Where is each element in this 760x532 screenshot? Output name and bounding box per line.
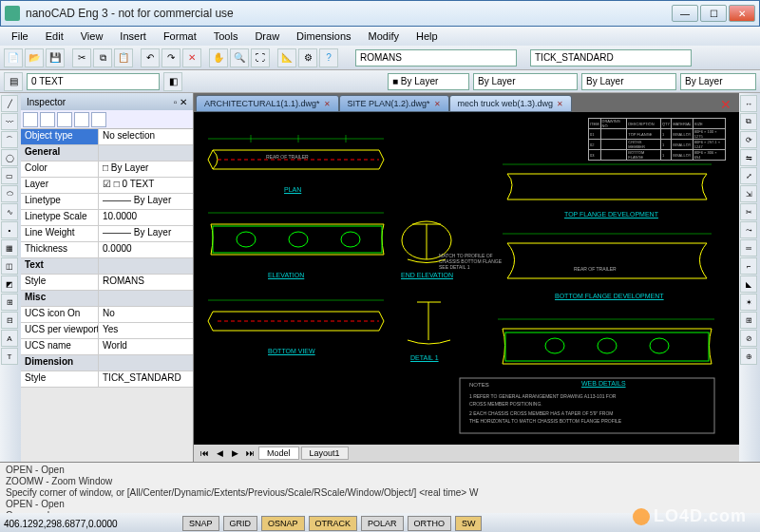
property-row[interactable]: Dimension (21, 355, 193, 371)
rotate-icon[interactable]: ⟳ (740, 131, 757, 148)
menu-tools[interactable]: Tools (206, 28, 246, 44)
stretch-icon[interactable]: ⇲ (740, 185, 757, 202)
inspector-close-icon[interactable]: ▫ ✕ (174, 97, 187, 107)
property-value[interactable]: □ By Layer (99, 162, 193, 177)
property-value[interactable] (99, 291, 193, 306)
zoom-icon[interactable]: 🔍 (230, 48, 249, 67)
property-value[interactable]: Yes (99, 323, 193, 338)
property-value[interactable]: 0.0000 (99, 242, 193, 257)
tab-next-icon[interactable]: ▶ (228, 448, 241, 458)
layout1-tab[interactable]: Layout1 (301, 446, 349, 460)
tab-close-icon[interactable]: ✕ (434, 100, 441, 108)
offset-icon[interactable]: ═ (740, 239, 757, 256)
color-dropdown[interactable]: ■ By Layer (388, 73, 469, 90)
insp-btn2[interactable] (40, 112, 55, 127)
point-icon[interactable]: • (1, 221, 18, 238)
trim-icon[interactable]: ✂ (740, 203, 757, 220)
property-row[interactable]: Line Weight——— By Layer (21, 226, 193, 242)
property-value[interactable]: No (99, 307, 193, 322)
scale-icon[interactable]: ⤢ (740, 167, 757, 184)
layer-iso-icon[interactable]: ◧ (163, 72, 182, 91)
grid-button[interactable]: GRID (223, 516, 258, 531)
menu-dimensions[interactable]: Dimensions (289, 28, 358, 44)
layer-props-icon[interactable]: ▤ (4, 72, 23, 91)
property-value[interactable] (99, 145, 193, 161)
line-icon[interactable]: ╱ (1, 95, 18, 112)
lineweight-dropdown[interactable]: By Layer (581, 73, 676, 90)
property-value[interactable] (99, 258, 193, 274)
table-icon[interactable]: ⊟ (1, 312, 18, 329)
property-value[interactable] (99, 355, 193, 370)
minimize-button[interactable]: — (672, 5, 698, 22)
textstyle-dropdown[interactable]: ROMANS (355, 49, 517, 66)
menu-format[interactable]: Format (156, 28, 204, 44)
menu-draw[interactable]: Draw (247, 28, 287, 44)
cut-icon[interactable]: ✂ (72, 48, 91, 67)
mtext-icon[interactable]: A (1, 330, 18, 347)
inspector-title[interactable]: Inspector ▫ ✕ (21, 93, 193, 110)
property-row[interactable]: Object typeNo selection (21, 129, 193, 145)
property-row[interactable]: UCS icon OnNo (21, 307, 193, 323)
drawing-canvas[interactable]: ITEMDRAWING NODESCRIPTIONQTYMATERIALSIZE… (194, 112, 739, 445)
tab-prev-icon[interactable]: ◀ (213, 448, 226, 458)
property-value[interactable]: ☑ □ 0 TEXT (99, 178, 193, 193)
property-row[interactable]: Thickness0.0000 (21, 242, 193, 258)
dimstyle-dropdown[interactable]: TICK_STANDARD (530, 49, 692, 66)
sw-button[interactable]: SW (455, 516, 483, 531)
paste-icon[interactable]: 📋 (114, 48, 133, 67)
tab-close-icon[interactable]: ✕ (557, 100, 563, 108)
chamfer-icon[interactable]: ◣ (740, 276, 757, 293)
property-row[interactable]: Layer☑ □ 0 TEXT (21, 178, 193, 194)
move-icon[interactable]: ↔ (740, 95, 757, 112)
insert-icon[interactable]: ⊞ (1, 294, 18, 311)
polar-button[interactable]: POLAR (361, 516, 404, 531)
text-icon[interactable]: T (1, 348, 18, 365)
property-row[interactable]: StyleTICK_STANDARD (21, 371, 193, 388)
break-icon[interactable]: ⊘ (740, 330, 757, 347)
otrack-button[interactable]: OTRACK (309, 516, 358, 531)
property-row[interactable]: UCS nameWorld (21, 339, 193, 355)
ellipse-icon[interactable]: ⬭ (1, 185, 18, 202)
menu-view[interactable]: View (73, 28, 111, 44)
zoom-ext-icon[interactable]: ⛶ (251, 48, 270, 67)
polyline-icon[interactable]: 〰 (1, 113, 18, 130)
help-icon[interactable]: ? (319, 48, 338, 67)
mirror-icon[interactable]: ⇋ (740, 149, 757, 166)
join-icon[interactable]: ⊕ (740, 348, 757, 365)
tab-architectural[interactable]: ARCHITECTURAL1(1.1).dwg*✕ (196, 95, 339, 112)
hatch-icon[interactable]: ▦ (1, 239, 18, 256)
fillet-icon[interactable]: ⌐ (740, 257, 757, 275)
explode-icon[interactable]: ✶ (740, 294, 757, 311)
property-row[interactable]: Text (21, 258, 193, 275)
arc-icon[interactable]: ⌒ (1, 131, 18, 148)
property-row[interactable]: Misc (21, 291, 193, 307)
circle-icon[interactable]: ◯ (1, 149, 18, 166)
menu-insert[interactable]: Insert (112, 28, 154, 44)
maximize-button[interactable]: ☐ (700, 5, 727, 22)
spline-icon[interactable]: ∿ (1, 203, 18, 220)
extend-icon[interactable]: ⤳ (740, 221, 757, 238)
property-value[interactable]: 10.0000 (99, 210, 193, 225)
property-value[interactable]: ——— By Layer (99, 194, 193, 209)
copy2-icon[interactable]: ⧉ (740, 113, 757, 130)
open-icon[interactable]: 📂 (25, 48, 44, 67)
model-tab[interactable]: Model (258, 446, 299, 460)
command-window[interactable]: OPEN - Open ZOOMW - Zoom Window Specify … (0, 462, 760, 513)
measure-icon[interactable]: 📐 (277, 48, 296, 67)
block-icon[interactable]: ◩ (1, 276, 18, 293)
rect-icon[interactable]: ▭ (1, 167, 18, 184)
close-all-icon[interactable]: ✕ (714, 97, 737, 112)
undo-icon[interactable]: ↶ (141, 48, 160, 67)
property-value[interactable]: TICK_STANDARD (99, 371, 193, 387)
menu-file[interactable]: File (4, 28, 36, 44)
layer-dropdown[interactable]: 0 TEXT (27, 73, 160, 90)
tab-close-icon[interactable]: ✕ (324, 100, 331, 108)
menu-modify[interactable]: Modify (361, 28, 407, 44)
property-row[interactable]: General (21, 145, 193, 162)
insp-btn3[interactable] (57, 112, 72, 127)
property-value[interactable]: World (99, 339, 193, 354)
region-icon[interactable]: ◫ (1, 257, 18, 275)
insp-btn5[interactable] (91, 112, 106, 127)
redo-icon[interactable]: ↷ (162, 48, 180, 67)
plotstyle-dropdown[interactable]: By Layer (680, 73, 756, 90)
